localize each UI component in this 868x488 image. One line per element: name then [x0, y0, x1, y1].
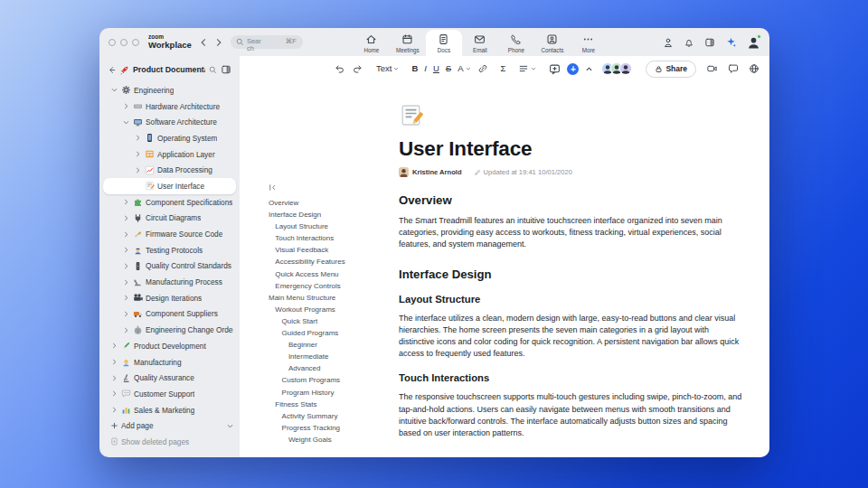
chevron-right-icon[interactable] [122, 247, 130, 253]
window-zoom-button[interactable] [132, 39, 139, 46]
globe-button[interactable] [749, 63, 760, 74]
side-panel-icon[interactable] [704, 37, 715, 48]
chevron-down-icon[interactable] [227, 423, 233, 429]
chevron-right-icon[interactable] [122, 311, 130, 317]
outline-item-touch-interactions[interactable]: Touch Interactions [267, 232, 399, 244]
chevron-right-icon[interactable] [134, 135, 142, 141]
bold-button[interactable]: B [411, 64, 418, 73]
outline-item-main-menu-structure[interactable]: Main Menu Structure [267, 292, 399, 304]
equation-button[interactable]: Σ [501, 64, 506, 73]
sidebar-item-customer-support[interactable]: Customer Support [103, 386, 236, 402]
chat-bubble-button[interactable] [728, 63, 739, 74]
sidebar-item-application-layer[interactable]: Application Layer [103, 146, 236, 163]
sidebar-item-hardware-architecture[interactable]: Hardware Architecture [103, 99, 236, 115]
profile-icon[interactable] [663, 37, 674, 48]
collapse-toolbar-button[interactable] [585, 65, 593, 73]
sidebar-item-product-development[interactable]: Product Development [103, 338, 236, 354]
underline-button[interactable]: U [433, 64, 439, 73]
outline-item-quick-start[interactable]: Quick Start [267, 315, 399, 327]
chevron-right-icon[interactable] [122, 263, 130, 269]
outline-item-guided-programs[interactable]: Guided Programs [267, 327, 399, 339]
sidebar-item-manufacturing-process[interactable]: Manufacturing Process [103, 274, 236, 290]
chevron-down-icon[interactable] [122, 119, 130, 126]
sidebar-item-sales-marketing[interactable]: Sales & Marketing [103, 402, 236, 418]
sidebar-item-quality-assurance[interactable]: Quality Assurance [103, 370, 236, 386]
undo-button[interactable] [334, 63, 345, 74]
nav-back-button[interactable] [200, 38, 207, 47]
outline-item-progress-tracking[interactable]: Progress Tracking [267, 422, 399, 434]
chevron-down-icon[interactable] [110, 87, 118, 93]
sidebar-item-engineering-change-orders[interactable]: Engineering Change Orders [103, 322, 236, 338]
chevron-right-icon[interactable] [122, 231, 130, 238]
bell-icon[interactable] [684, 37, 694, 48]
global-search-input[interactable]: Search ⌘F [231, 35, 303, 49]
video-camera-button[interactable] [706, 63, 718, 74]
outline-item-overview[interactable]: Overview [267, 197, 399, 209]
chevron-right-icon[interactable] [122, 327, 130, 333]
text-style-button[interactable]: Text [376, 64, 399, 73]
ai-companion-button[interactable]: + [567, 63, 579, 75]
sidebar-panel-icon[interactable] [221, 64, 231, 75]
sidebar-item-firmware-source-code[interactable]: Firmware Source Code [103, 226, 236, 242]
add-page-button[interactable]: Add page [103, 418, 236, 434]
outline-item-interface-design[interactable]: Interface Design [267, 209, 399, 221]
sidebar-item-operating-system[interactable]: Operating System [103, 130, 236, 146]
chevron-right-icon[interactable] [110, 390, 118, 397]
sidebar-item-design-iterations[interactable]: Design Iterations [103, 290, 236, 306]
chevron-right-icon[interactable] [110, 359, 118, 365]
outline-item-workout-programs[interactable]: Workout Programs [267, 304, 399, 315]
text-color-button[interactable]: A [458, 64, 470, 73]
chevron-right-icon[interactable] [122, 215, 130, 221]
tab-docs[interactable]: Docs [426, 30, 462, 56]
outline-item-accessibility-features[interactable]: Accessibility Features [267, 256, 399, 267]
outline-item-visual-feedback[interactable]: Visual Feedback [267, 244, 399, 256]
collaborator-avatar[interactable] [619, 62, 632, 75]
chevron-right-icon[interactable] [134, 167, 142, 174]
back-arrow-icon[interactable] [108, 66, 116, 74]
sidebar-item-component-suppliers[interactable]: Component Suppliers [103, 306, 236, 323]
outline-item-emergency-controls[interactable]: Emergency Controls [267, 280, 399, 292]
chevron-right-icon[interactable] [122, 103, 130, 109]
chevron-right-icon[interactable] [134, 151, 142, 157]
show-deleted-pages-button[interactable]: Show deleted pages [103, 434, 236, 450]
sidebar-item-software-architecture[interactable]: Software Architecture [103, 114, 236, 130]
outline-item-custom-programs[interactable]: Custom Programs [267, 374, 399, 386]
sidebar-search-icon[interactable] [209, 66, 217, 74]
outline-item-activity-summary[interactable]: Activity Summary [267, 410, 399, 422]
outline-item-intermediate[interactable]: Intermediate [267, 351, 399, 362]
sidebar-item-quality-control-standards[interactable]: Quality Control Standards [103, 258, 236, 275]
list-button[interactable] [518, 63, 536, 74]
user-avatar[interactable] [747, 35, 760, 49]
italic-button[interactable]: I [424, 64, 427, 73]
tab-meetings[interactable]: Meetings [390, 30, 426, 56]
tab-email[interactable]: Email [462, 30, 498, 56]
sidebar-item-testing-protocols[interactable]: Testing Protocols [103, 242, 236, 258]
chevron-right-icon[interactable] [122, 279, 130, 286]
link-button[interactable] [477, 63, 488, 74]
chevron-right-icon[interactable] [110, 407, 118, 413]
outline-item-beginner[interactable]: Beginner [267, 339, 399, 351]
sidebar-item-manufacturing[interactable]: Manufacturing [103, 354, 236, 371]
collapse-outline-icon[interactable] [268, 183, 399, 192]
sidebar-item-data-processing[interactable]: Data Processing [103, 162, 236, 178]
sidebar-item-component-specifications[interactable]: Component Specifications [103, 194, 236, 211]
share-button[interactable]: Share [646, 61, 696, 78]
outline-item-advanced[interactable]: Advanced [267, 362, 399, 374]
sidebar-item-user-interface[interactable]: User Interface [103, 178, 236, 194]
outline-item-weight-goals[interactable]: Weight Goals [267, 434, 399, 446]
ai-sparkle-icon[interactable] [725, 36, 737, 48]
outline-item-fitness-stats[interactable]: Fitness Stats [267, 399, 399, 410]
comment-button[interactable] [549, 63, 561, 75]
outline-item-program-history[interactable]: Program History [267, 387, 399, 399]
outline-item-layout-structure[interactable]: Layout Structure [267, 221, 399, 232]
chevron-right-icon[interactable] [122, 295, 130, 301]
tab-phone[interactable]: Phone [498, 30, 534, 56]
tab-home[interactable]: Home [354, 30, 390, 56]
window-minimize-button[interactable] [120, 39, 127, 46]
strikethrough-button[interactable]: S [446, 64, 451, 73]
sidebar-item-circuit-diagrams[interactable]: Circuit Diagrams [103, 211, 236, 227]
chevron-right-icon[interactable] [122, 199, 130, 205]
sidebar-item-engineering[interactable]: Engineering [103, 82, 236, 99]
tab-more[interactable]: More [571, 30, 607, 56]
outline-item-quick-access-menu[interactable]: Quick Access Menu [267, 268, 399, 280]
